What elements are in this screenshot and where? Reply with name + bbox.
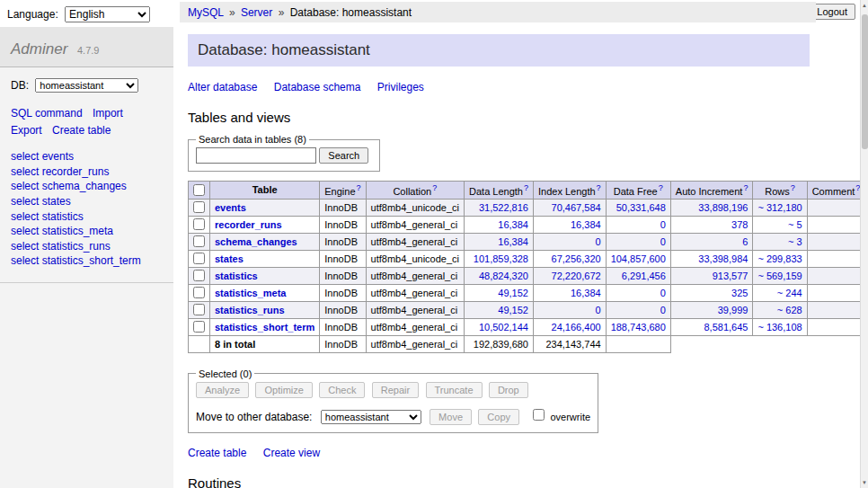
data-length-link[interactable]: 16,384 xyxy=(498,219,528,230)
sidebar-item-select-statistics-short-term[interactable]: select statistics_short_term xyxy=(11,254,163,269)
search-input[interactable] xyxy=(196,147,316,164)
data-length-link[interactable]: 49,152 xyxy=(498,288,528,298)
index-length-link[interactable]: 24,166,400 xyxy=(552,322,601,333)
index-length-link[interactable]: 0 xyxy=(596,236,601,247)
data-free-link[interactable]: 50,331,648 xyxy=(616,202,666,213)
column-header-engine[interactable]: Engine? xyxy=(320,182,366,200)
truncate-button[interactable]: Truncate xyxy=(426,382,483,398)
data-length-link[interactable]: 31,522,816 xyxy=(479,202,528,213)
row-checkbox[interactable] xyxy=(193,218,205,230)
auto-increment-link[interactable]: 33,398,984 xyxy=(698,253,748,264)
create-table-link[interactable]: Create table xyxy=(188,447,246,459)
privileges-link[interactable]: Privileges xyxy=(377,81,424,93)
rows-count-link[interactable]: ~ 569,159 xyxy=(757,271,802,281)
index-length-link[interactable]: 72,220,672 xyxy=(552,271,601,281)
row-checkbox[interactable] xyxy=(193,321,205,333)
analyze-button[interactable]: Analyze xyxy=(196,382,249,398)
auto-increment-link[interactable]: 913,577 xyxy=(713,271,748,281)
column-header-data-length[interactable]: Data Length? xyxy=(465,182,534,200)
column-header-auto-increment[interactable]: Auto Increment? xyxy=(670,182,753,200)
auto-increment-link[interactable]: 33,898,196 xyxy=(698,202,748,213)
data-free-link[interactable]: 0 xyxy=(660,236,666,247)
sidebar-item-select-schema-changes[interactable]: select schema_changes xyxy=(11,180,163,194)
sidebar-link-export[interactable]: Export xyxy=(11,124,42,137)
help-icon[interactable]: ? xyxy=(743,183,748,192)
data-free-link[interactable]: 188,743,680 xyxy=(611,322,666,333)
row-checkbox[interactable] xyxy=(193,270,205,281)
table-link[interactable]: events xyxy=(215,202,246,213)
column-header-collation[interactable]: Collation? xyxy=(366,182,464,200)
table-link[interactable]: statistics_meta xyxy=(215,288,287,298)
sidebar-item-select-statistics-runs[interactable]: select statistics_runs xyxy=(11,240,163,254)
data-length-link[interactable]: 10,502,144 xyxy=(479,322,528,333)
help-icon[interactable]: ? xyxy=(357,183,361,192)
search-button[interactable]: Search xyxy=(319,147,368,164)
index-length-link[interactable]: 16,384 xyxy=(571,219,601,230)
table-link[interactable]: statistics_runs xyxy=(215,305,285,315)
table-link[interactable]: schema_changes xyxy=(215,236,297,247)
rows-count-link[interactable]: ~ 136,108 xyxy=(757,322,802,333)
data-length-link[interactable]: 49,152 xyxy=(498,305,528,315)
database-schema-link[interactable]: Database schema xyxy=(274,81,361,93)
table-link[interactable]: statistics_short_term xyxy=(215,322,314,333)
auto-increment-link[interactable]: 378 xyxy=(731,219,748,230)
select-all-checkbox[interactable] xyxy=(193,184,205,196)
column-header-comment[interactable]: Comment? xyxy=(807,182,865,200)
logout-button[interactable]: Logout xyxy=(809,4,855,20)
sidebar-item-select-events[interactable]: select events xyxy=(11,150,163,164)
optimize-button[interactable]: Optimize xyxy=(255,382,312,398)
help-icon[interactable]: ? xyxy=(597,183,601,192)
check-button[interactable]: Check xyxy=(319,382,365,398)
rows-count-link[interactable]: ~ 244 xyxy=(777,288,802,298)
move-database-select[interactable]: homeassistant xyxy=(321,410,421,424)
index-length-link[interactable]: 16,384 xyxy=(571,288,601,298)
rows-count-link[interactable]: ~ 628 xyxy=(777,305,802,315)
table-link[interactable]: statistics xyxy=(215,271,258,281)
copy-button[interactable]: Copy xyxy=(478,409,519,425)
auto-increment-link[interactable]: 6 xyxy=(742,236,748,247)
data-length-link[interactable]: 101,859,328 xyxy=(474,253,528,264)
breadcrumb-server-link[interactable]: Server xyxy=(241,6,272,19)
data-free-link[interactable]: 104,857,600 xyxy=(611,253,666,264)
row-checkbox[interactable] xyxy=(193,201,205,213)
drop-button[interactable]: Drop xyxy=(489,382,528,398)
help-icon[interactable]: ? xyxy=(524,183,528,192)
scroll-down-button[interactable]: ▼ xyxy=(861,477,868,488)
breadcrumb-mysql-link[interactable]: MySQL xyxy=(188,6,224,19)
help-icon[interactable]: ? xyxy=(659,183,663,192)
sidebar-link-sql-command[interactable]: SQL command xyxy=(11,107,83,120)
auto-increment-link[interactable]: 325 xyxy=(731,288,748,298)
index-length-link[interactable]: 70,467,584 xyxy=(552,202,601,213)
data-free-link[interactable]: 0 xyxy=(660,219,666,230)
data-free-link[interactable]: 6,291,456 xyxy=(622,271,666,281)
scrollbar[interactable]: ▲ ▼ xyxy=(860,0,868,488)
data-free-link[interactable]: 0 xyxy=(660,305,666,315)
data-length-link[interactable]: 48,824,320 xyxy=(479,271,528,281)
row-checkbox[interactable] xyxy=(193,304,205,315)
move-button[interactable]: Move xyxy=(430,409,472,425)
sidebar-link-create-table[interactable]: Create table xyxy=(52,124,111,137)
rows-count-link[interactable]: ~ 5 xyxy=(788,219,802,230)
help-icon[interactable]: ? xyxy=(432,183,437,192)
auto-increment-link[interactable]: 8,581,645 xyxy=(704,322,748,333)
rows-count-link[interactable]: ~ 299,833 xyxy=(757,253,802,264)
sidebar-item-select-statistics-meta[interactable]: select statistics_meta xyxy=(11,225,163,239)
row-checkbox[interactable] xyxy=(193,287,205,298)
create-view-link[interactable]: Create view xyxy=(263,447,320,459)
column-header-table[interactable]: Table xyxy=(210,182,320,200)
scroll-up-button[interactable]: ▲ xyxy=(861,0,868,11)
rows-count-link[interactable]: ~ 3 xyxy=(788,236,802,247)
data-free-link[interactable]: 0 xyxy=(660,288,666,298)
row-checkbox[interactable] xyxy=(193,235,205,247)
index-length-link[interactable]: 67,256,320 xyxy=(552,253,601,264)
data-length-link[interactable]: 16,384 xyxy=(498,236,528,247)
sidebar-item-select-recorder-runs[interactable]: select recorder_runs xyxy=(11,165,163,180)
help-icon[interactable]: ? xyxy=(791,183,795,192)
overwrite-checkbox[interactable] xyxy=(533,409,545,421)
auto-increment-link[interactable]: 39,999 xyxy=(718,305,748,315)
index-length-link[interactable]: 0 xyxy=(596,305,601,315)
rows-count-link[interactable]: ~ 312,180 xyxy=(757,202,802,213)
sidebar-link-import[interactable]: Import xyxy=(93,107,123,120)
column-header-data-free[interactable]: Data Free? xyxy=(606,182,670,200)
scrollbar-thumb[interactable] xyxy=(862,14,868,149)
